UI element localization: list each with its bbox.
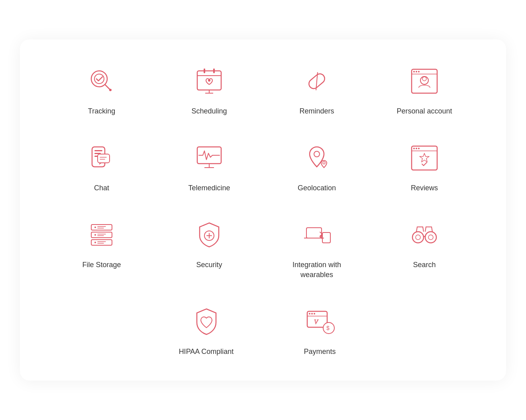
feature-chat: Chat	[52, 140, 151, 193]
svg-rect-39	[91, 232, 112, 238]
chat-label: Chat	[94, 183, 109, 193]
file-storage-label: File Storage	[82, 260, 121, 270]
features-grid-row4: HIPAA Compliant V $ Payments	[52, 304, 474, 357]
svg-point-57	[425, 232, 436, 243]
feature-hipaa-compliant: HIPAA Compliant	[153, 304, 259, 357]
chat-icon	[84, 140, 120, 176]
personal-account-icon	[406, 63, 442, 99]
svg-point-19	[422, 77, 426, 81]
security-icon	[191, 217, 227, 253]
svg-rect-6	[204, 68, 205, 73]
geolocation-label: Geolocation	[298, 183, 336, 193]
reminders-icon	[299, 63, 335, 99]
svg-point-41	[94, 227, 96, 228]
svg-point-60	[428, 235, 433, 240]
svg-text:$: $	[326, 325, 330, 331]
search-label: Search	[413, 260, 436, 270]
svg-point-16	[416, 71, 417, 72]
hipaa-compliant-label: HIPAA Compliant	[179, 347, 234, 357]
reviews-icon	[406, 140, 442, 176]
features-grid-row1: Tracking Scheduling	[52, 63, 474, 116]
svg-rect-32	[412, 146, 437, 170]
svg-rect-53	[306, 228, 322, 238]
svg-rect-7	[213, 68, 215, 73]
tracking-icon	[84, 63, 120, 99]
feature-payments: V $ Payments	[267, 304, 373, 357]
svg-rect-38	[91, 225, 112, 230]
svg-point-44	[94, 234, 96, 236]
svg-point-35	[416, 148, 417, 149]
svg-rect-24	[98, 154, 110, 163]
svg-point-36	[418, 148, 420, 149]
feature-integration-wearables: Integration withwearables	[267, 217, 367, 280]
hipaa-compliant-icon	[188, 304, 224, 340]
tracking-label: Tracking	[88, 106, 115, 116]
feature-reviews: Reviews	[375, 140, 474, 193]
svg-text:V: V	[314, 318, 319, 325]
svg-marker-37	[420, 153, 429, 162]
svg-point-34	[413, 148, 415, 149]
feature-reminders: Reminders	[267, 63, 367, 116]
feature-personal-account: Personal account	[375, 63, 474, 116]
svg-point-3	[109, 89, 112, 91]
main-container: Tracking Scheduling	[20, 39, 506, 381]
search-icon	[406, 217, 442, 253]
svg-point-15	[413, 71, 415, 72]
svg-rect-13	[412, 69, 437, 93]
svg-point-31	[323, 162, 325, 164]
feature-search: Search	[375, 217, 474, 280]
svg-point-63	[309, 313, 310, 315]
feature-telemedicine: Telemedicine	[159, 140, 259, 193]
scheduling-label: Scheduling	[191, 106, 227, 116]
payments-icon: V $	[302, 304, 338, 340]
personal-account-label: Personal account	[396, 106, 452, 116]
feature-tracking: Tracking	[52, 63, 151, 116]
svg-rect-40	[91, 240, 112, 245]
reviews-label: Reviews	[411, 183, 438, 193]
integration-wearables-icon	[299, 217, 335, 253]
svg-rect-21	[94, 150, 102, 151]
svg-point-8	[208, 79, 210, 82]
svg-point-59	[416, 235, 420, 240]
feature-scheduling: Scheduling	[159, 63, 259, 116]
integration-wearables-label: Integration withwearables	[292, 260, 341, 280]
svg-point-65	[314, 313, 315, 315]
scheduling-icon	[191, 63, 227, 99]
feature-geolocation: Geolocation	[267, 140, 367, 193]
svg-point-30	[314, 151, 320, 157]
svg-point-47	[94, 242, 96, 243]
payments-label: Payments	[304, 347, 336, 357]
feature-file-storage: File Storage	[52, 217, 151, 280]
svg-point-1	[94, 74, 104, 84]
svg-point-64	[311, 313, 313, 315]
svg-point-56	[412, 232, 424, 243]
telemedicine-label: Telemedicine	[188, 183, 230, 193]
svg-point-17	[418, 71, 420, 72]
reminders-label: Reminders	[299, 106, 334, 116]
svg-point-0	[91, 71, 107, 87]
feature-security: Security	[159, 217, 259, 280]
security-label: Security	[196, 260, 222, 270]
telemedicine-icon	[191, 140, 227, 176]
geolocation-icon	[299, 140, 335, 176]
features-grid-row2: Chat Telemedicine	[52, 140, 474, 193]
file-storage-icon	[84, 217, 120, 253]
features-grid-row3: File Storage Security	[52, 217, 474, 280]
svg-point-18	[420, 76, 428, 84]
